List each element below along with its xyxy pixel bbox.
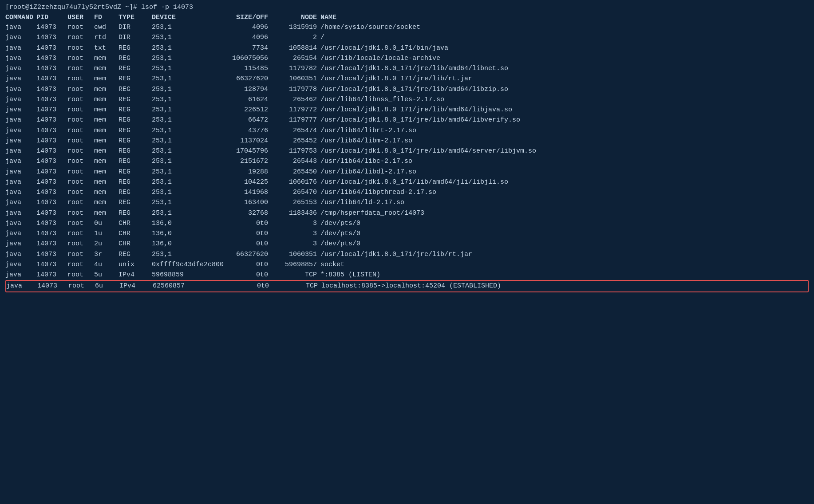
- cell-name: /home/sysio/source/socket: [320, 22, 809, 32]
- cell-sizeoff: 19288: [223, 167, 272, 177]
- cell-sizeoff: 115485: [223, 63, 272, 74]
- cell-user: root: [67, 74, 94, 84]
- cell-device: 253,1: [152, 136, 223, 146]
- cell-node: 1179753: [272, 146, 320, 156]
- cell-pid: 14073: [36, 74, 67, 84]
- cell-fd: mem: [94, 187, 119, 197]
- cell-sizeoff: 66327620: [223, 74, 272, 84]
- cell-pid: 14073: [36, 187, 67, 197]
- cell-sizeoff: 66327620: [223, 249, 272, 260]
- cell-type: REG: [119, 105, 152, 115]
- cell-device: 136,0: [152, 228, 223, 239]
- prompt-line: [root@iZ2zehzqu74u7ly52rt5vdZ ~]# lsof -…: [5, 4, 809, 11]
- cell-device: 253,1: [152, 32, 223, 43]
- cell-node: 265450: [272, 167, 320, 177]
- cell-user: root: [67, 22, 94, 32]
- table-row: java14073rootrtdDIR253,140962/: [5, 32, 809, 43]
- cell-command: java: [5, 126, 36, 136]
- cell-fd: 6u: [95, 281, 119, 291]
- cell-command: java: [5, 84, 36, 94]
- cell-pid: 14073: [36, 136, 67, 146]
- cell-fd: mem: [94, 94, 119, 105]
- cell-node: 3: [272, 228, 320, 239]
- cell-command: java: [5, 156, 36, 166]
- cell-sizeoff: 61624: [223, 94, 272, 105]
- cell-user: root: [67, 239, 94, 249]
- cell-type: REG: [119, 115, 152, 125]
- cell-user: root: [67, 218, 94, 228]
- cell-pid: 14073: [36, 239, 67, 249]
- cell-user: root: [67, 146, 94, 156]
- cell-command: java: [5, 115, 36, 125]
- cell-fd: mem: [94, 63, 119, 74]
- cell-name: /tmp/hsperfdata_root/14073: [320, 208, 809, 218]
- cell-command: java: [5, 167, 36, 177]
- cell-type: REG: [119, 177, 152, 187]
- table-row: java14073root0uCHR136,00t03/dev/pts/0: [5, 218, 809, 228]
- header-command: COMMAND: [5, 14, 36, 21]
- cell-node: 1058814: [272, 43, 320, 53]
- table-row: java14073roottxtREG253,177341058814/usr/…: [5, 43, 809, 53]
- cell-type: REG: [119, 146, 152, 156]
- table-row: java14073rootmemREG253,12265121179772/us…: [5, 105, 809, 115]
- cell-device: 62560857: [153, 281, 224, 291]
- cell-type: REG: [119, 156, 152, 166]
- cell-fd: mem: [94, 208, 119, 218]
- cell-node: 265153: [272, 197, 320, 208]
- table-row: java14073rootmemREG253,1170457961179753/…: [5, 146, 809, 156]
- table-row: java14073rootmemREG253,12151672265443/us…: [5, 156, 809, 166]
- cell-command: java: [5, 208, 36, 218]
- cell-type: CHR: [119, 218, 152, 228]
- cell-user: root: [67, 177, 94, 187]
- cell-type: REG: [119, 197, 152, 208]
- cell-fd: rtd: [94, 32, 119, 43]
- table-row: java14073rootmemREG253,1663276201060351/…: [5, 74, 809, 84]
- cell-name: *:8385 (LISTEN): [320, 270, 809, 280]
- cell-sizeoff: 128794: [223, 84, 272, 94]
- cell-node: 265443: [272, 156, 320, 166]
- cell-pid: 14073: [37, 281, 68, 291]
- cell-name: /usr/local/jdk1.8.0_171/jre/lib/amd64/li…: [320, 84, 809, 94]
- cell-pid: 14073: [36, 177, 67, 187]
- cell-pid: 14073: [36, 126, 67, 136]
- cell-name: /usr/lib/locale/locale-archive: [320, 53, 809, 63]
- cell-sizeoff: 0t0: [223, 260, 272, 270]
- cell-user: root: [68, 281, 95, 291]
- cell-name: /usr/lib64/librt-2.17.so: [320, 126, 809, 136]
- cell-user: root: [67, 43, 94, 53]
- cell-user: root: [67, 187, 94, 197]
- cell-pid: 14073: [36, 167, 67, 177]
- cell-command: java: [5, 22, 36, 32]
- cell-user: root: [67, 228, 94, 239]
- cell-sizeoff: 104225: [223, 177, 272, 187]
- cell-command: java: [5, 63, 36, 74]
- cell-fd: mem: [94, 84, 119, 94]
- cell-node: 1183436: [272, 208, 320, 218]
- cell-fd: mem: [94, 156, 119, 166]
- cell-command: java: [5, 53, 36, 63]
- header-pid: PID: [36, 14, 67, 21]
- cell-device: 0xffff9c43dfe2c800: [152, 260, 223, 270]
- cell-type: REG: [119, 43, 152, 53]
- cell-name: /usr/local/jdk1.8.0_171/lib/amd64/jli/li…: [320, 177, 809, 187]
- cell-node: 2: [272, 32, 320, 43]
- cell-node: 1179778: [272, 84, 320, 94]
- cell-type: REG: [119, 126, 152, 136]
- table-row: java14073rootmemREG253,161624265462/usr/…: [5, 94, 809, 105]
- cell-user: root: [67, 156, 94, 166]
- cell-pid: 14073: [36, 43, 67, 53]
- cell-type: DIR: [119, 22, 152, 32]
- cell-command: java: [5, 32, 36, 43]
- terminal: [root@iZ2zehzqu74u7ly52rt5vdZ ~]# lsof -…: [5, 4, 809, 292]
- cell-command: java: [5, 74, 36, 84]
- cell-sizeoff: 0t0: [223, 218, 272, 228]
- cell-type: IPv4: [119, 281, 153, 291]
- table-row: java14073rootmemREG253,1664721179777/usr…: [5, 115, 809, 125]
- table-body: java14073rootcwdDIR253,140961315919/home…: [5, 22, 809, 292]
- cell-fd: mem: [94, 167, 119, 177]
- cell-type: unix: [119, 260, 152, 270]
- table-row: java14073rootmemREG253,119288265450/usr/…: [5, 167, 809, 177]
- cell-user: root: [67, 270, 94, 280]
- cell-sizeoff: 163400: [223, 197, 272, 208]
- header-sizeoff: SIZE/OFF: [223, 14, 272, 21]
